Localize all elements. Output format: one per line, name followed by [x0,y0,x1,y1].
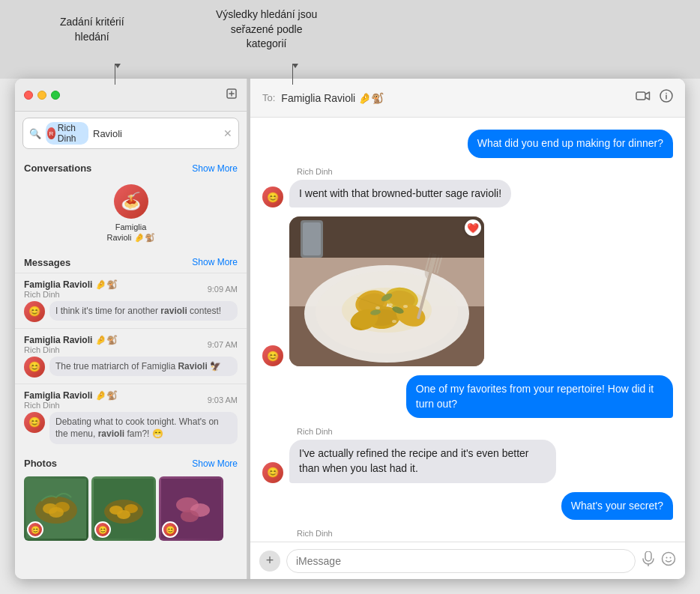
sidebar: 🔍 R Rich Dinh ✕ Conversations Show More … [15,79,247,579]
message-group: One of my favorites from your repertoire… [406,375,673,418]
photo-thumb[interactable]: 😊 [24,476,88,541]
video-call-icon[interactable] [636,89,651,106]
message-row: One of my favorites from your repertoire… [262,375,673,418]
emoji-icon[interactable] [661,551,676,570]
message-item[interactable]: Famiglia Ravioli 🤌🐒 Rich Dinh 9:07 AM 😊 … [15,328,247,384]
messages-show-more[interactable]: Show More [192,257,238,267]
heart-reaction: ❤️ [465,219,481,236]
message-item[interactable]: Famiglia Ravioli 🤌🐒 Rich Dinh 9:03 AM 😊 … [15,384,247,451]
annotation-arrowhead-left [115,64,121,68]
message-bubble: What's your secret? [561,492,673,521]
message-group: Rich Dinh Add garlic to the butter, and … [289,529,556,542]
msg-avatar: 😊 [24,357,45,378]
message-group: What did you end up making for dinner? [468,130,673,158]
msg-avatar: 😊 [24,412,45,433]
annotation-area: Zadání kritériíhledání Výsledky hledání … [0,0,700,79]
message-row: 😊 Rich Dinh I've actually refined the re… [262,427,673,482]
msg-preview-wrap: 😊 Debating what to cook tonight. What's … [24,412,238,445]
photos-show-more[interactable]: Show More [192,458,238,469]
chat-messages: What did you end up making for dinner? 😊… [250,118,685,542]
compose-icon[interactable] [226,88,238,103]
svg-point-52 [670,557,672,559]
message-group: Rich Dinh I've actually refined the reci… [289,427,556,482]
msg-sender: Famiglia Ravioli 🤌🐒 [24,390,118,401]
message-item[interactable]: Famiglia Ravioli 🤌🐒 Rich Dinh 9:09 AM 😊 … [15,273,247,328]
msg-preview-bubble: The true matriarch of Famiglia Ravioli 🦅 [49,357,238,377]
message-group: Rich Dinh I went with that browned-butte… [289,167,511,208]
message-row: What did you end up making for dinner? [262,130,673,158]
annotation-right: Výsledky hledání jsouseřazené podle kate… [214,7,319,52]
chat-input-bar: + [250,542,685,579]
search-bar: 🔍 R Rich Dinh ✕ [15,112,247,155]
msg-preview-wrap: 😊 The true matriarch of Famiglia Ravioli… [24,357,238,378]
search-input-wrap[interactable]: 🔍 R Rich Dinh ✕ [22,118,239,149]
contact-chip: R Rich Dinh [46,122,88,145]
message-bubble: What did you end up making for dinner? [468,130,673,158]
msg-preview-bubble: Debating what to cook tonight. What's on… [49,412,238,445]
messages-section-header: Messages Show More [15,249,247,273]
svg-rect-48 [645,551,651,561]
conversation-avatar: 🍝 [114,184,148,219]
sender-name: Rich Dinh [289,427,556,436]
svg-point-10 [117,510,130,519]
sender-name: Rich Dinh [289,167,511,176]
annotation-arrowhead-right [292,64,298,68]
msg-preview-bubble: I think it's time for another ravioli co… [49,301,238,321]
msg-time: 9:03 AM [208,396,238,404]
search-icon: 🔍 [29,128,41,139]
info-icon[interactable] [660,89,673,106]
msg-sub-sender: Rich Dinh [24,401,118,410]
msg-sender: Famiglia Ravioli 🤌🐒 [24,335,118,345]
contact-chip-label: Rich Dinh [58,123,84,144]
titlebar [15,79,247,112]
chat-header-icons [636,89,673,106]
search-input[interactable] [93,128,219,139]
message-row: 😊 [262,216,673,366]
photos-grid: 😊 😊 [15,473,247,550]
message-row: 😊 Rich Dinh I went with that browned-but… [262,167,673,208]
message-group: ❤️ [289,216,484,366]
msg-time: 9:09 AM [208,285,238,294]
msg-preview-wrap: 😊 I think it's time for another ravioli … [24,301,238,322]
message-bubble: One of my favorites from your repertoire… [406,375,673,418]
message-row: What's your secret? [262,492,673,521]
message-item-header: Famiglia Ravioli 🤌🐒 Rich Dinh 9:03 AM [24,390,238,410]
photo-message[interactable]: ❤️ [289,216,484,366]
svg-point-51 [666,557,668,559]
message-row: 😊 Rich Dinh Add garlic to the butter, an… [262,529,673,542]
photo-thumb[interactable]: 😊 [91,476,156,541]
messages-title: Messages [24,257,70,268]
app-window: 🔍 R Rich Dinh ✕ Conversations Show More … [15,79,685,579]
msg-sub-sender: Rich Dinh [24,345,118,354]
conversations-section-header: Conversations Show More [15,155,247,178]
photo-thumb[interactable]: 😊 [159,476,223,541]
chat-panel: To: Famiglia Ravioli 🤌🐒 [250,79,685,579]
avatar: 😊 [262,345,283,366]
chat-to-label: To: [262,92,275,103]
photo-message-inner [289,216,484,366]
search-clear-icon[interactable]: ✕ [223,127,232,139]
conversation-item[interactable]: 🍝 FamigliaRavioli 🤌🐒 [15,178,247,249]
photos-title: Photos [24,458,57,469]
conversations-title: Conversations [24,163,91,174]
audio-icon[interactable] [642,551,655,570]
svg-point-5 [49,507,64,518]
chat-header: To: Famiglia Ravioli 🤌🐒 [250,79,685,118]
chat-recipient-name: Famiglia Ravioli 🤌🐒 [281,92,630,104]
message-item-header: Famiglia Ravioli 🤌🐒 Rich Dinh 9:09 AM [24,279,238,299]
close-button[interactable] [24,91,33,100]
add-attachment-button[interactable]: + [259,551,280,572]
message-input[interactable] [286,549,636,573]
svg-point-14 [181,510,199,522]
minimize-button[interactable] [37,91,46,100]
msg-avatar: 😊 [24,301,45,322]
message-bubble: I went with that browned-butter sage rav… [289,180,511,208]
conversations-show-more[interactable]: Show More [192,163,238,174]
message-group: What's your secret? [561,492,673,521]
message-item-header: Famiglia Ravioli 🤌🐒 Rich Dinh 9:07 AM [24,335,238,354]
contact-avatar-small: R [47,127,55,139]
sender-name: Rich Dinh [289,529,556,538]
svg-point-50 [663,553,675,566]
sidebar-scroll-content: Conversations Show More 🍝 FamigliaRaviol… [15,155,247,579]
maximize-button[interactable] [51,91,60,100]
